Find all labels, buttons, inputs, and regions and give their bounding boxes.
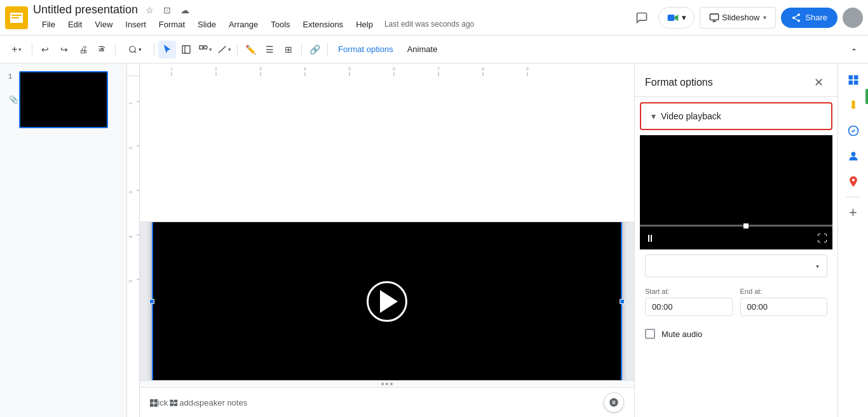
collapse-panel-button[interactable]: ‹ — [186, 394, 203, 412]
video-playback-section: ▾ Video playback — [640, 102, 832, 130]
svg-text:2: 2 — [128, 147, 133, 149]
app-icon — [5, 6, 28, 29]
align-grid-button[interactable]: ⊞ — [280, 41, 297, 58]
share-button[interactable]: Share — [781, 8, 837, 28]
close-panel-button[interactable]: ✕ — [810, 74, 827, 91]
menu-slide[interactable]: Slide — [191, 17, 222, 32]
meet-button[interactable]: ▾ — [658, 7, 695, 29]
slide-preview-1[interactable] — [19, 71, 108, 128]
svg-text:7: 7 — [437, 67, 440, 71]
menu-help[interactable]: Help — [349, 17, 379, 32]
video-playback-header[interactable]: ▾ Video playback — [641, 103, 831, 129]
insert-link-button[interactable]: 🔗 — [306, 41, 323, 58]
paint-format-button[interactable] — [93, 41, 111, 58]
sidebar-tasks-button[interactable] — [842, 119, 865, 142]
bottom-view-buttons: ‹ — [145, 394, 203, 412]
filmstrip-view-button[interactable] — [165, 394, 183, 412]
print-button[interactable]: 🖨 — [74, 41, 92, 58]
svg-rect-0 — [668, 15, 675, 21]
slideshow-label: Slideshow — [722, 13, 759, 22]
svg-rect-40 — [150, 399, 153, 402]
sidebar-contacts-button[interactable] — [842, 145, 865, 168]
menu-edit[interactable]: Edit — [62, 17, 88, 32]
handle-middle-right[interactable] — [620, 299, 625, 304]
format-panel-header: Format options ✕ — [635, 63, 837, 97]
svg-text:3: 3 — [128, 191, 133, 194]
text-box-button[interactable] — [177, 41, 195, 58]
grid-view-button[interactable] — [145, 394, 163, 412]
svg-point-5 — [129, 46, 135, 51]
menu-insert[interactable]: Insert — [119, 17, 153, 32]
menu-file[interactable]: File — [36, 17, 62, 32]
menu-tools[interactable]: Tools — [264, 17, 296, 32]
menu-bar: File Edit View Insert Format Slide Arran… — [33, 17, 625, 32]
undo-button[interactable]: ↩ — [36, 41, 54, 58]
svg-rect-44 — [170, 400, 173, 402]
handle-middle-left[interactable] — [149, 299, 154, 304]
slide-pin-icon: 📎 — [9, 95, 18, 104]
panel-pause-button[interactable]: ⏸ — [645, 233, 655, 244]
video-timeline-dot[interactable] — [743, 223, 749, 228]
svg-rect-45 — [174, 400, 177, 402]
svg-text:5: 5 — [128, 280, 133, 282]
format-panel-title: Format options — [645, 77, 713, 88]
svg-text:1: 1 — [128, 102, 133, 105]
present-icon-button[interactable] — [604, 392, 624, 413]
sidebar-add-button[interactable]: + — [842, 201, 865, 224]
select-tool-button[interactable] — [158, 41, 176, 58]
menu-arrange[interactable]: Arrange — [222, 17, 264, 32]
toolbar-collapse-button[interactable] — [845, 41, 863, 58]
mute-audio-label: Mute audio — [661, 329, 702, 339]
slide-canvas[interactable] — [152, 222, 622, 380]
shape-button[interactable]: ▾ — [196, 41, 214, 58]
toolbar-divider-6 — [327, 43, 328, 56]
sidebar-maps-button[interactable] — [842, 170, 865, 193]
start-at-label: Start at: — [645, 288, 733, 295]
svg-rect-41 — [154, 399, 158, 402]
menu-view[interactable]: View — [88, 17, 119, 32]
line-button[interactable]: ▾ — [215, 41, 233, 58]
play-triangle — [380, 290, 398, 313]
svg-rect-51 — [853, 81, 858, 85]
sidebar-sheets-button[interactable] — [842, 69, 865, 91]
start-at-input[interactable] — [645, 298, 733, 316]
move-to-icon[interactable]: ⊡ — [161, 4, 173, 17]
mute-audio-checkbox[interactable] — [645, 329, 655, 339]
redo-button[interactable]: ↪ — [55, 41, 73, 58]
slideshow-button[interactable]: Slideshow ▾ — [700, 7, 776, 29]
star-icon[interactable]: ☆ — [143, 4, 156, 17]
svg-point-53 — [851, 152, 855, 156]
sidebar-keep-button[interactable] — [842, 94, 865, 117]
playback-mode-dropdown[interactable]: ▾ — [645, 255, 827, 277]
play-button-overlay[interactable] — [367, 281, 407, 322]
time-range: Start at: End at: — [645, 288, 827, 316]
cloud-save-icon[interactable]: ☁ — [179, 4, 191, 17]
ruler-corner — [127, 63, 140, 76]
align-left-button[interactable]: ☰ — [261, 41, 278, 58]
video-playback-title: Video playback — [661, 111, 721, 121]
video-progress-bar[interactable] — [640, 225, 832, 227]
format-options-button[interactable]: Format options — [332, 41, 400, 58]
add-button[interactable]: + ▾ — [5, 41, 28, 58]
canvas-wrapper — [140, 222, 634, 380]
menu-format[interactable]: Format — [153, 17, 191, 32]
svg-rect-50 — [848, 81, 853, 85]
svg-text:1: 1 — [170, 67, 173, 71]
user-avatar[interactable] — [843, 8, 863, 28]
slide-thumbnail-1[interactable]: 1 📎 — [3, 69, 124, 131]
end-at-input[interactable] — [740, 298, 828, 316]
comments-button[interactable] — [630, 6, 653, 29]
zoom-button[interactable]: ▾ — [119, 41, 150, 58]
svg-rect-9 — [200, 46, 203, 49]
pencil-button[interactable]: ✏️ — [241, 41, 259, 58]
panel-fullscreen-button[interactable]: ⛶ — [817, 233, 827, 244]
svg-text:3: 3 — [259, 67, 262, 71]
format-options-panel: Format options ✕ ▾ Video playback ⏸ ⛶ — [634, 63, 837, 417]
menu-extensions[interactable]: Extensions — [297, 17, 350, 32]
last-edit-status[interactable]: Last edit was seconds ago — [379, 17, 479, 31]
dropdown-arrow-icon: ▾ — [816, 263, 819, 270]
animate-button[interactable]: Animate — [401, 41, 444, 58]
slides-panel: 1 📎 — [0, 63, 127, 417]
end-at-label: End at: — [740, 288, 828, 295]
document-title[interactable]: Untitled presentation — [33, 3, 138, 17]
